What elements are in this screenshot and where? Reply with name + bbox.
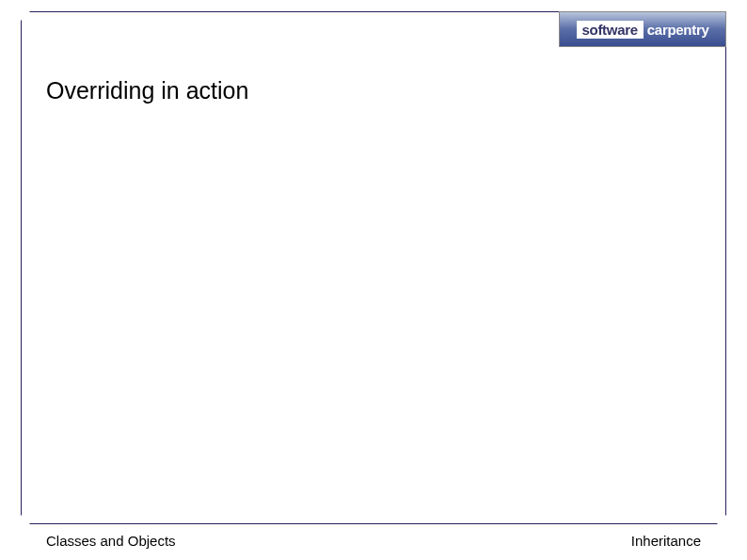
corner-notch (715, 513, 728, 526)
corner-notch (19, 513, 32, 526)
footer-right: Inheritance (631, 533, 701, 549)
slide-title: Overriding in action (46, 77, 248, 104)
logo-text-carpentry: carpentry (647, 22, 709, 38)
corner-notch (19, 9, 32, 23)
logo: software carpentry (559, 11, 726, 47)
footer-left: Classes and Objects (46, 533, 176, 549)
logo-text-software: software (577, 21, 644, 39)
